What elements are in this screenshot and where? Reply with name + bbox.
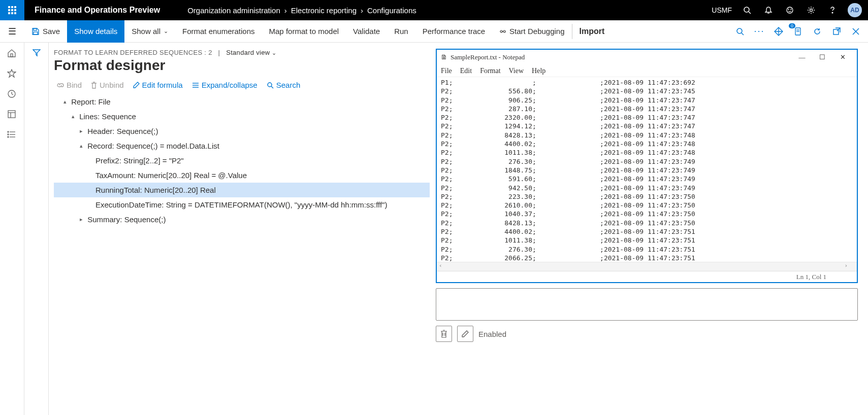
svg-point-39 — [8, 131, 9, 132]
horizontal-scrollbar[interactable] — [437, 262, 857, 271]
close-icon — [852, 28, 859, 35]
user-avatar[interactable]: AD — [848, 3, 862, 17]
nav-toggle-button[interactable]: ☰ — [0, 20, 24, 43]
menu-view[interactable]: View — [509, 67, 524, 75]
tree-search-button[interactable]: Search — [267, 81, 301, 89]
find-button[interactable] — [734, 25, 746, 38]
link-icon — [57, 82, 64, 89]
expand-icon[interactable]: ▸ — [77, 216, 85, 223]
attachment-icon — [794, 27, 802, 36]
pencil-icon — [462, 330, 469, 337]
validate-button[interactable]: Validate — [346, 20, 387, 43]
breadcrumb: Organization administration › Electronic… — [185, 6, 419, 15]
page-title: Format designer — [54, 57, 430, 74]
list-icon — [7, 130, 16, 139]
show-details-button[interactable]: Show details — [67, 20, 124, 43]
svg-point-40 — [8, 134, 9, 135]
office-addin-button[interactable] — [773, 25, 785, 38]
refresh-button[interactable] — [811, 25, 823, 38]
delete-formula-button[interactable] — [436, 326, 452, 342]
popout-button[interactable] — [830, 25, 843, 38]
notepad-textarea[interactable]: P1; ; ;2021-08-09 11:47:23:692 P2; 556.8… — [437, 77, 857, 262]
enabled-row: Enabled — [436, 326, 858, 342]
recent-nav[interactable] — [7, 89, 17, 99]
home-nav[interactable] — [7, 49, 17, 59]
workspace-icon — [7, 110, 16, 119]
app-launcher-button[interactable] — [0, 0, 24, 20]
tree-node-prefix2[interactable]: Prefix2: String[2..2] = "P2" — [54, 153, 430, 168]
format-enumerations-button[interactable]: Format enumerations — [175, 20, 262, 43]
favorites-nav[interactable] — [7, 69, 17, 79]
crumb-configs[interactable]: Configurations — [367, 6, 416, 15]
filter-button[interactable] — [33, 49, 41, 415]
company-picker[interactable]: USMF — [712, 6, 732, 14]
svg-point-9 — [744, 7, 749, 12]
tree-node-execdatetime[interactable]: ExecutionDateTime: String = DATETIMEFORM… — [54, 197, 430, 212]
unbind-button[interactable]: Unbind — [91, 81, 124, 89]
formula-textarea[interactable] — [436, 288, 858, 321]
help-button[interactable] — [826, 4, 839, 16]
menu-help[interactable]: Help — [532, 67, 545, 75]
tree-node-report[interactable]: ▴ Report: File — [54, 94, 430, 109]
svg-point-12 — [787, 7, 793, 13]
search-button[interactable] — [741, 4, 753, 16]
expand-collapse-button[interactable]: Expand/collapse — [192, 81, 258, 89]
svg-rect-7 — [11, 12, 13, 14]
edit-enabled-button[interactable] — [457, 326, 473, 342]
collapse-icon[interactable]: ▴ — [61, 98, 69, 105]
collapse-icon[interactable]: ▴ — [69, 113, 77, 120]
tree-node-header[interactable]: ▸ Header: Sequence(;) — [54, 124, 430, 139]
menu-edit[interactable]: Edit — [460, 67, 472, 75]
svg-rect-6 — [8, 12, 10, 14]
view-selector[interactable]: Standard view⌄ — [226, 49, 277, 56]
close-button[interactable] — [850, 25, 862, 38]
crumb-er[interactable]: Electronic reporting — [291, 6, 357, 15]
tree-node-runningtotal[interactable]: RunningTotal: Numeric[20..20] Real — [54, 183, 430, 197]
close-window-button[interactable]: ✕ — [832, 53, 853, 61]
menu-format[interactable]: Format — [480, 67, 500, 75]
expand-icon[interactable]: ▸ — [77, 128, 85, 134]
notepad-menu: File Edit Format View Help — [437, 65, 857, 77]
refresh-icon — [813, 27, 821, 36]
app-title: Finance and Operations Preview — [24, 6, 170, 15]
tree-node-taxamount[interactable]: TaxAmount: Numeric[20..20] Real = @.Valu… — [54, 168, 430, 183]
minimize-button[interactable]: — — [792, 53, 812, 61]
star-icon — [7, 69, 16, 78]
show-all-button[interactable]: Show all⌄ — [124, 20, 175, 43]
import-button[interactable]: Import — [572, 24, 612, 39]
maximize-button[interactable]: ☐ — [812, 53, 832, 61]
crumb-org-admin[interactable]: Organization administration — [187, 6, 280, 15]
search-icon — [736, 27, 744, 36]
collapse-icon[interactable]: ▴ — [77, 143, 85, 149]
svg-rect-4 — [11, 9, 13, 11]
feedback-button[interactable] — [784, 4, 796, 16]
chevron-right-icon: › — [361, 6, 363, 15]
svg-rect-8 — [14, 12, 16, 14]
settings-button[interactable] — [805, 4, 817, 16]
edit-formula-button[interactable]: Edit formula — [133, 81, 183, 89]
tree-node-lines[interactable]: ▴ Lines: Sequence — [54, 109, 430, 124]
notifications-button[interactable] — [762, 4, 775, 16]
more-button[interactable]: ··· — [753, 25, 765, 38]
svg-line-46 — [271, 86, 273, 88]
search-icon — [743, 6, 751, 14]
designer-pane: FORMAT TO LEARN DEFERRED SEQUENCES : 2 |… — [54, 49, 430, 415]
tree-node-summary[interactable]: ▸ Summary: Sequence(;) — [54, 212, 430, 227]
attachments-button[interactable]: 0 — [792, 25, 804, 38]
svg-rect-18 — [34, 32, 38, 34]
home-icon — [7, 49, 16, 58]
tree-node-record[interactable]: ▴ Record: Sequence(;) = model.Data.List — [54, 139, 430, 153]
performance-trace-button[interactable]: Performance trace — [415, 20, 492, 43]
bind-button[interactable]: Bind — [57, 81, 82, 89]
start-debugging-button[interactable]: Start Debugging — [492, 20, 571, 43]
save-button[interactable]: Save — [24, 20, 67, 43]
menu-file[interactable]: File — [441, 67, 452, 75]
svg-rect-5 — [14, 9, 16, 11]
run-button[interactable]: Run — [387, 20, 415, 43]
svg-point-13 — [788, 9, 789, 10]
workspaces-nav[interactable] — [7, 110, 17, 120]
map-format-button[interactable]: Map format to model — [262, 20, 346, 43]
modules-nav[interactable] — [7, 130, 17, 140]
expand-icon — [192, 82, 199, 88]
designer-toolbar: Bind Unbind Edit formula Expand/collapse… — [54, 81, 430, 89]
